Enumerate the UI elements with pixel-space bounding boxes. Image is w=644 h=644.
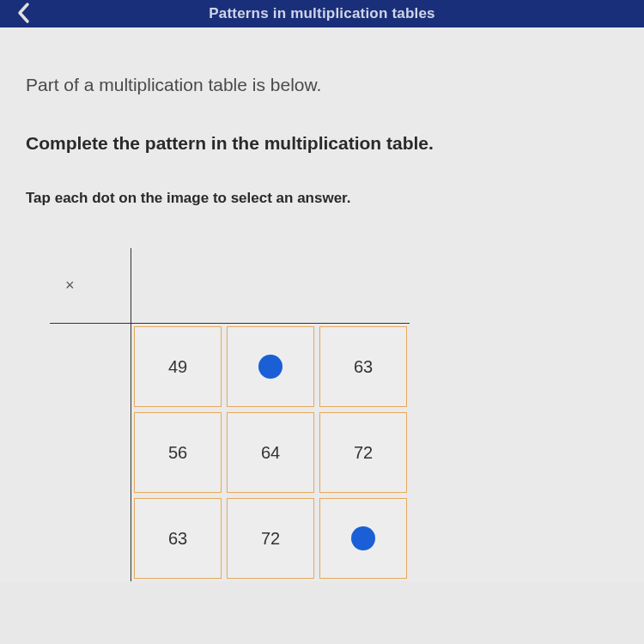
hint-text: Tap each dot on the image to select an a… — [26, 190, 618, 207]
intro-text: Part of a multiplication table is below. — [26, 75, 618, 95]
multiplication-table: × 49 63 56 64 72 63 72 — [50, 248, 618, 581]
row-header — [50, 495, 131, 581]
dot-icon — [258, 355, 283, 379]
table-cell: 64 — [227, 412, 314, 493]
table-cell: 49 — [134, 326, 222, 407]
table-cell: 63 — [319, 326, 407, 407]
row-header — [50, 324, 131, 410]
table-cell: 72 — [227, 498, 314, 579]
dot-icon — [351, 526, 375, 550]
answer-dot-cell[interactable] — [227, 326, 314, 407]
operator-cell: × — [50, 248, 131, 324]
app-header: Patterns in multiplication tables — [0, 0, 644, 27]
chevron-left-icon — [15, 2, 33, 24]
answer-dot-cell[interactable] — [319, 498, 407, 579]
table-cell: 56 — [134, 412, 222, 493]
table-cell: 72 — [319, 412, 407, 493]
column-header — [224, 248, 317, 324]
row-header — [50, 410, 131, 495]
main-content: Part of a multiplication table is below.… — [0, 27, 644, 581]
back-button[interactable] — [15, 2, 33, 24]
column-header — [317, 248, 410, 324]
prompt-text: Complete the pattern in the multiplicati… — [26, 133, 618, 154]
column-header — [131, 248, 224, 324]
table-cell: 63 — [134, 498, 222, 579]
page-title: Patterns in multiplication tables — [7, 5, 637, 22]
